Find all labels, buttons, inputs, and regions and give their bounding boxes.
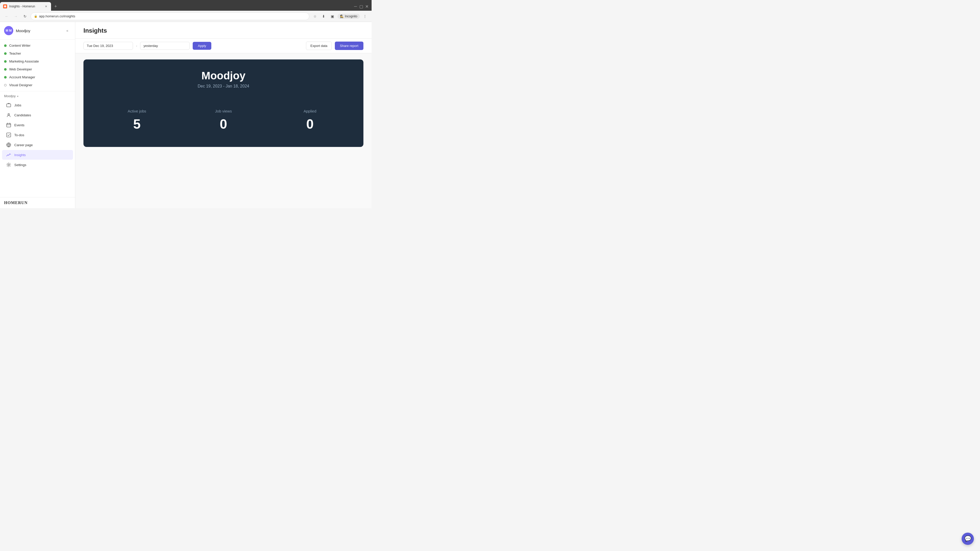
main-header: Insights (75, 22, 372, 38)
close-button[interactable]: ✕ (365, 5, 369, 8)
bookmark-button[interactable]: ☆ (311, 13, 318, 20)
tab-favicon (3, 4, 7, 8)
sidebar-item-todos[interactable]: To-dos (2, 130, 73, 140)
date-end-input[interactable] (140, 42, 189, 50)
company-name: Moodjoy (16, 29, 64, 33)
insights-stats: Active jobs 5 Job views 0 Applied 0 (94, 104, 353, 137)
sidebar-item-insights[interactable]: Insights (2, 150, 73, 160)
incognito-icon: 🕵 (340, 14, 344, 18)
job-item-marketing-associate[interactable]: Marketing Associate (0, 57, 75, 65)
stat-active-jobs-label: Active jobs (99, 109, 175, 113)
job-name: Account Manager (9, 75, 35, 79)
download-button[interactable]: ⬇ (320, 13, 327, 20)
insights-card-date-range: Dec 19, 2023 - Jan 18, 2024 (94, 84, 353, 89)
svg-rect-3 (6, 124, 11, 127)
sidebar-item-candidates[interactable]: Candidates (2, 110, 73, 120)
job-status-dot (4, 60, 6, 63)
page-title: Insights (83, 27, 363, 34)
job-status-dot (4, 76, 6, 79)
sidebar: M M Moodjoy « Content Writer Teacher Mar… (0, 22, 75, 208)
insights-content: Moodjoy Dec 19, 2023 - Jan 18, 2024 Acti… (75, 53, 372, 208)
toolbar-right: Export data Share report (306, 41, 363, 50)
job-item-visual-designer[interactable]: Visual Designer (0, 81, 75, 89)
job-name: Visual Designer (9, 83, 32, 87)
address-bar[interactable]: 🔒 app.homerun.co/insights (30, 13, 309, 20)
stat-active-jobs: Active jobs 5 (94, 104, 180, 137)
stat-job-views: Job views 0 (180, 104, 267, 137)
job-status-dot (4, 68, 6, 71)
sidebar-item-events[interactable]: Events (2, 120, 73, 130)
date-separator: - (136, 44, 137, 48)
browser-tab-active[interactable]: Insights - Homerun ✕ (0, 2, 51, 11)
job-item-content-writer[interactable]: Content Writer (0, 41, 75, 49)
todos-icon (6, 132, 11, 138)
section-label: Moodjoy (4, 94, 16, 98)
nav-item-label: Career page (14, 143, 33, 147)
new-tab-button[interactable]: + (52, 3, 59, 10)
sidebar-item-career-page[interactable]: Career page (2, 140, 73, 150)
nav-item-label: Jobs (14, 103, 21, 107)
insights-card-company: Moodjoy (94, 70, 353, 82)
job-name: Teacher (9, 52, 21, 56)
browser-toolbar-actions: ☆ ⬇ ▣ 🕵 Incognito ⋮ (311, 13, 369, 20)
app-container: M M Moodjoy « Content Writer Teacher Mar… (0, 22, 372, 208)
sidebar-item-jobs[interactable]: Jobs (2, 100, 73, 110)
sidebar-toggle-button[interactable]: ▣ (329, 13, 336, 20)
nav-item-label: Settings (14, 163, 26, 167)
job-name: Content Writer (9, 44, 30, 48)
homerun-logo: HOMERUN (4, 200, 27, 205)
stat-applied-value: 0 (272, 116, 348, 132)
stat-applied-label: Applied (272, 109, 348, 113)
job-item-web-developer[interactable]: Web Developer (0, 65, 75, 73)
sidebar-scroll: Content Writer Teacher Marketing Associa… (0, 40, 75, 197)
share-report-button[interactable]: Share report (335, 41, 363, 50)
insights-card: Moodjoy Dec 19, 2023 - Jan 18, 2024 Acti… (83, 59, 363, 147)
nav-item-label: Candidates (14, 113, 31, 117)
window-controls: ─ ▢ ✕ (354, 5, 372, 8)
chevron-down-icon: ▾ (17, 95, 18, 98)
candidates-icon (6, 113, 11, 118)
menu-button[interactable]: ⋮ (361, 13, 369, 20)
nav-item-label: Events (14, 123, 24, 127)
browser-tabs: Insights - Homerun ✕ + ─ ▢ ✕ (0, 0, 372, 11)
svg-point-6 (8, 164, 10, 165)
back-button[interactable]: ← (3, 13, 10, 20)
stat-applied: Applied 0 (267, 104, 353, 137)
job-list: Content Writer Teacher Marketing Associa… (0, 40, 75, 91)
stat-job-views-label: Job views (185, 109, 262, 113)
job-name: Web Developer (9, 67, 32, 71)
browser-toolbar: ← → ↻ 🔒 app.homerun.co/insights ☆ ⬇ ▣ 🕵 … (0, 11, 372, 22)
maximize-button[interactable]: ▢ (360, 5, 363, 8)
minimize-button[interactable]: ─ (354, 5, 357, 8)
sidebar-footer: HOMERUN (0, 197, 75, 208)
export-data-button[interactable]: Export data (306, 41, 332, 50)
svg-point-0 (4, 5, 6, 7)
incognito-label: Incognito (345, 14, 357, 18)
nav-items: Jobs Candidates (0, 99, 75, 171)
incognito-badge: 🕵 Incognito (337, 14, 360, 19)
lock-icon: 🔒 (34, 14, 38, 18)
nav-item-label: To-dos (14, 133, 24, 137)
address-url: app.homerun.co/insights (39, 14, 75, 18)
main-toolbar: - Apply Export data Share report (75, 38, 372, 53)
tab-close-button[interactable]: ✕ (44, 4, 48, 8)
main-content: Insights - Apply Export data Share repor… (75, 22, 372, 208)
forward-button[interactable]: → (12, 13, 19, 20)
sidebar-section-moodjoy[interactable]: Moodjoy ▾ (0, 91, 75, 99)
svg-point-2 (8, 114, 10, 115)
insights-icon (6, 152, 11, 157)
job-status-dot (4, 44, 6, 47)
browser-chrome: Insights - Homerun ✕ + ─ ▢ ✕ ← → ↻ 🔒 app… (0, 0, 372, 22)
job-status-dot (4, 84, 6, 86)
svg-rect-4 (6, 133, 11, 137)
tab-title: Insights - Homerun (9, 5, 42, 8)
avatar: M M (4, 26, 13, 35)
date-start-input[interactable] (83, 42, 133, 50)
settings-icon (6, 162, 11, 167)
sidebar-item-settings[interactable]: Settings (2, 160, 73, 170)
job-item-teacher[interactable]: Teacher (0, 49, 75, 57)
reload-button[interactable]: ↻ (21, 13, 29, 20)
job-item-account-manager[interactable]: Account Manager (0, 73, 75, 81)
sidebar-collapse-button[interactable]: « (64, 27, 71, 34)
apply-button[interactable]: Apply (192, 42, 211, 50)
